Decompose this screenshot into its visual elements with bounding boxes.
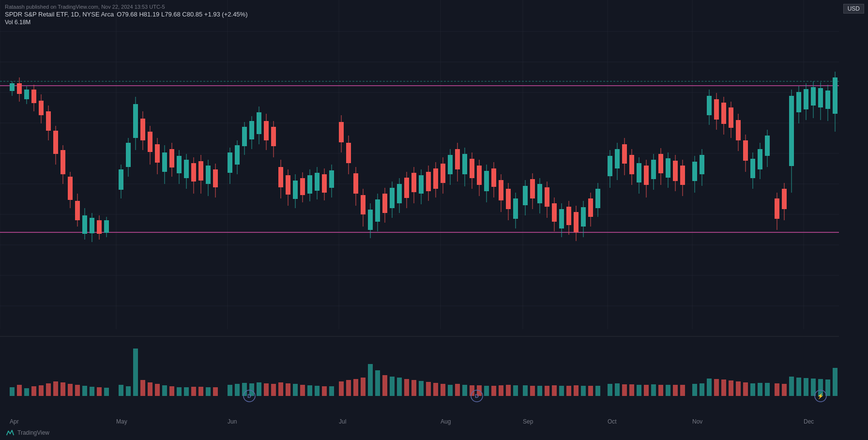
- published-info: Rataash published on TradingView.com, No…: [5, 4, 247, 10]
- svg-rect-315: [559, 386, 564, 396]
- svg-rect-97: [293, 181, 298, 199]
- svg-rect-330: [673, 385, 678, 396]
- svg-rect-344: [782, 384, 787, 396]
- svg-rect-77: [213, 169, 218, 187]
- svg-rect-55: [133, 104, 138, 138]
- svg-rect-185: [622, 144, 627, 164]
- svg-rect-175: [581, 207, 586, 227]
- svg-rect-177: [588, 198, 593, 217]
- svg-rect-340: [750, 383, 755, 396]
- svg-text:Apr: Apr: [10, 418, 19, 425]
- svg-rect-197: [666, 158, 670, 178]
- svg-rect-271: [235, 384, 240, 396]
- svg-rect-345: [789, 377, 794, 396]
- svg-rect-318: [581, 386, 586, 396]
- svg-rect-290: [375, 370, 380, 396]
- svg-rect-258: [133, 349, 138, 396]
- svg-rect-231: [796, 92, 801, 112]
- svg-rect-121: [382, 194, 387, 213]
- svg-rect-139: [448, 155, 453, 174]
- svg-text:Dec: Dec: [804, 418, 814, 425]
- svg-rect-286: [346, 380, 351, 396]
- svg-rect-235: [811, 87, 816, 106]
- svg-rect-125: [397, 184, 402, 203]
- svg-rect-317: [574, 385, 579, 396]
- svg-rect-272: [242, 383, 247, 396]
- svg-text:Jun: Jun: [228, 418, 237, 425]
- svg-rect-292: [390, 377, 395, 396]
- svg-rect-153: [499, 180, 503, 200]
- svg-rect-161: [530, 179, 535, 198]
- svg-rect-333: [700, 383, 704, 396]
- svg-rect-111: [346, 143, 351, 163]
- svg-rect-49: [104, 220, 109, 233]
- svg-rect-338: [736, 381, 741, 396]
- svg-text:D: D: [475, 393, 479, 399]
- svg-rect-343: [775, 383, 779, 396]
- svg-rect-95: [286, 175, 290, 195]
- svg-text:May: May: [116, 418, 127, 425]
- svg-rect-147: [477, 166, 482, 185]
- svg-rect-201: [680, 166, 685, 185]
- svg-rect-61: [155, 144, 160, 163]
- svg-rect-237: [818, 88, 823, 107]
- svg-rect-346: [796, 378, 801, 396]
- svg-rect-101: [307, 175, 312, 194]
- svg-rect-277: [278, 382, 283, 396]
- svg-rect-181: [608, 156, 612, 176]
- svg-rect-213: [729, 107, 733, 128]
- svg-rect-243: [17, 385, 22, 396]
- svg-rect-276: [271, 384, 276, 396]
- svg-rect-246: [39, 385, 44, 396]
- svg-rect-23: [10, 83, 15, 91]
- svg-rect-183: [615, 149, 620, 168]
- svg-rect-303: [470, 385, 474, 396]
- svg-rect-187: [629, 155, 634, 174]
- svg-rect-311: [530, 386, 535, 396]
- svg-rect-287: [353, 379, 358, 396]
- svg-rect-107: [329, 170, 334, 188]
- svg-rect-319: [588, 386, 593, 396]
- svg-rect-245: [31, 386, 36, 396]
- svg-rect-69: [184, 160, 189, 178]
- svg-rect-205: [700, 155, 704, 174]
- svg-rect-159: [523, 186, 528, 205]
- svg-rect-275: [264, 383, 269, 396]
- svg-rect-293: [397, 378, 402, 396]
- svg-rect-53: [126, 143, 131, 167]
- volume-info: Vol 6.18M: [5, 19, 247, 26]
- svg-rect-294: [404, 379, 409, 396]
- svg-text:Sep: Sep: [523, 418, 533, 425]
- svg-rect-163: [537, 184, 542, 203]
- svg-rect-169: [559, 209, 564, 228]
- svg-rect-87: [257, 112, 261, 134]
- svg-rect-75: [206, 166, 211, 184]
- svg-rect-329: [666, 385, 670, 396]
- svg-rect-239: [825, 91, 830, 109]
- tradingview-logo: TradingView: [5, 427, 49, 438]
- svg-rect-339: [743, 382, 748, 396]
- svg-rect-65: [169, 149, 174, 167]
- svg-rect-179: [595, 189, 600, 208]
- svg-text:⚡: ⚡: [817, 393, 824, 399]
- svg-rect-0: [0, 0, 839, 426]
- svg-rect-39: [68, 177, 73, 200]
- svg-rect-347: [804, 378, 808, 396]
- svg-rect-260: [148, 382, 152, 396]
- svg-rect-328: [658, 385, 663, 396]
- svg-rect-143: [462, 154, 467, 174]
- svg-rect-313: [545, 386, 549, 396]
- svg-rect-57: [140, 119, 145, 140]
- svg-rect-332: [692, 384, 697, 396]
- svg-rect-223: [765, 136, 770, 156]
- svg-rect-267: [198, 387, 203, 396]
- svg-rect-253: [90, 387, 94, 396]
- svg-rect-217: [743, 140, 748, 161]
- svg-rect-262: [162, 385, 167, 396]
- svg-rect-266: [191, 387, 196, 396]
- svg-rect-302: [462, 385, 467, 396]
- svg-rect-320: [595, 386, 600, 396]
- svg-text:D: D: [247, 393, 251, 399]
- svg-rect-308: [506, 385, 511, 396]
- svg-rect-25: [17, 83, 22, 94]
